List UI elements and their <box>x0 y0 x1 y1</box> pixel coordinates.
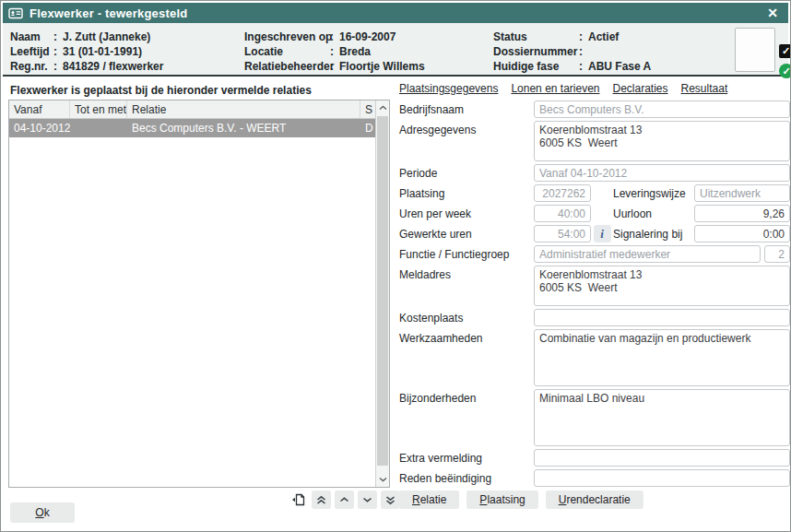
action-bar: Relatie Plaatsing Urendeclaratie <box>399 491 643 509</box>
column-header-vanaf: Vanaf <box>9 100 70 118</box>
location-value: Breda <box>339 44 371 59</box>
name-value: J. Zutt (Janneke) <box>63 30 150 44</box>
document-arrow-icon <box>291 493 305 506</box>
detail-tabs: Plaatsingsgegevens Lonen en tarieven Dec… <box>399 82 790 95</box>
insert-record-button[interactable] <box>289 491 308 509</box>
plaatsing-number-field <box>534 184 591 202</box>
adresgegevens-label: Adresgegevens <box>399 121 534 136</box>
werkzaamheden-label: Werkzaamheden <box>399 329 534 345</box>
tab-plaatsingsgegevens[interactable]: Plaatsingsgegevens <box>399 82 498 95</box>
header-column-3: Status:Actief Dossiernummer: Huidige fas… <box>493 30 651 74</box>
field-label: Reg.nr. <box>10 59 53 74</box>
placements-table: Vanaf Tot en met Relatie S 04-10-2012 Be… <box>8 100 390 488</box>
record-navigation <box>289 491 400 509</box>
bijzonderheden-field[interactable]: Minimaal LBO niveau <box>534 389 790 446</box>
checkbox-checked[interactable]: ✓ <box>779 44 791 58</box>
gewerkte-uren-field <box>534 225 591 242</box>
age-value: 31 (01-01-1991) <box>63 44 142 59</box>
kostenplaats-field[interactable] <box>534 309 790 326</box>
placements-caption: Flexwerker is geplaatst bij de hieronder… <box>10 84 312 97</box>
urendeclaratie-button[interactable]: Urendeclaratie <box>546 491 643 509</box>
placement-detail-panel: Plaatsingsgegevens Lonen en tarieven Dec… <box>399 82 790 490</box>
table-header-row: Vanaf Tot en met Relatie S <box>9 100 389 119</box>
tab-declaraties[interactable]: Declaraties <box>613 82 668 95</box>
periode-label: Periode <box>399 164 534 180</box>
relatie-button[interactable]: Relatie <box>399 491 459 509</box>
functie-label: Functie / Functiegroep <box>399 245 534 261</box>
column-header-tot-en-met: Tot en met <box>70 100 127 118</box>
uurloon-field[interactable] <box>694 205 790 222</box>
gewerkte-uren-label: Gewerkte uren <box>399 225 534 241</box>
chevrons-up-icon <box>316 495 326 505</box>
reden-beeindiging-label: Reden beëindiging <box>399 469 534 485</box>
signalering-bij-field[interactable] <box>694 225 790 242</box>
column-header-relatie: Relatie <box>127 100 360 118</box>
first-record-button[interactable] <box>312 491 331 509</box>
photo-placeholder <box>735 28 775 72</box>
uren-per-week-field <box>534 205 591 222</box>
field-label: Ingeschreven op <box>244 30 330 44</box>
signalering-bij-label: Signalering bij <box>613 225 694 241</box>
bedrijfsnaam-field <box>534 100 790 118</box>
last-record-button[interactable] <box>381 491 400 509</box>
relation-manager-value: Floortje Willems <box>339 59 425 74</box>
scrollbar-thumb[interactable] <box>377 116 388 466</box>
periode-field <box>534 164 790 182</box>
field-label: Naam <box>10 30 53 44</box>
extra-vermelding-label: Extra vermelding <box>399 449 534 465</box>
scroll-up-icon[interactable] <box>376 100 389 115</box>
cell-tot-en-met <box>70 119 127 137</box>
previous-record-button[interactable] <box>335 491 354 509</box>
info-icon[interactable]: i <box>594 225 611 242</box>
meldadres-field[interactable]: Koerenblomstraat 13 6005 KS Weert <box>534 266 790 306</box>
uren-per-week-label: Uren per week <box>399 205 534 220</box>
leveringswijze-field <box>694 184 790 202</box>
chevrons-down-icon <box>385 495 396 505</box>
werkzaamheden-field[interactable]: Combinatie van magazijn en productiewerk <box>534 329 790 386</box>
id-card-icon <box>8 7 23 19</box>
field-label: Huidige fase <box>493 59 579 74</box>
cell-status: D <box>360 119 375 137</box>
field-label: Status <box>493 30 579 44</box>
bijzonderheden-label: Bijzonderheden <box>399 389 534 405</box>
plaatsing-button[interactable]: Plaatsing <box>466 491 537 509</box>
header-column-1: Naam:J. Zutt (Janneke) Leeftijd:31 (01-0… <box>10 30 163 74</box>
chevron-down-icon <box>362 496 372 503</box>
window-title: Flexwerker - tewerkgesteld <box>30 6 762 20</box>
extra-vermelding-field[interactable] <box>534 449 790 467</box>
tab-lonen-en-tarieven[interactable]: Lonen en tarieven <box>511 82 599 95</box>
chevron-up-icon <box>339 496 349 503</box>
field-label: Locatie <box>244 44 330 59</box>
uurloon-label: Uurloon <box>613 205 694 220</box>
close-icon[interactable]: ✕ <box>762 5 783 21</box>
ok-button[interactable]: Ok <box>10 502 75 523</box>
regnr-value: 841829 / flexwerker <box>63 59 163 74</box>
kostenplaats-label: Kostenplaats <box>399 309 534 325</box>
status-value: Actief <box>588 30 619 44</box>
bedrijfsnaam-label: Bedrijfsnaam <box>399 100 534 116</box>
tab-resultaat[interactable]: Resultaat <box>681 82 728 95</box>
person-header: Naam:J. Zutt (Janneke) Leeftijd:31 (01-0… <box>3 23 788 77</box>
registered-date-value: 16-09-2007 <box>339 30 396 44</box>
table-scrollbar[interactable] <box>375 100 389 487</box>
plaatsing-label: Plaatsing <box>399 184 534 200</box>
field-label: Leeftijd <box>10 44 53 59</box>
meldadres-label: Meldadres <box>399 266 534 281</box>
reden-beeindiging-field[interactable] <box>534 469 790 487</box>
cell-vanaf: 04-10-2012 <box>9 119 70 137</box>
table-row[interactable]: 04-10-2012 Becs Computers B.V. - WEERT D <box>9 119 389 137</box>
column-header-s: S <box>360 100 375 118</box>
scroll-down-icon[interactable] <box>376 472 389 487</box>
field-label: Relatiebeheerder <box>244 59 330 74</box>
field-label: Dossiernummer <box>493 44 579 59</box>
phase-value: ABU Fase A <box>588 59 651 74</box>
functiegroep-field <box>764 245 790 263</box>
adresgegevens-field[interactable]: Koerenblomstraat 13 6005 KS Weert <box>534 121 790 161</box>
titlebar: Flexwerker - tewerkgesteld ✕ <box>3 3 788 23</box>
header-column-2: Ingeschreven op:16-09-2007 Locatie:Breda… <box>244 30 425 74</box>
cell-relatie: Becs Computers B.V. - WEERT <box>127 119 360 137</box>
functie-field <box>534 245 761 263</box>
flexworker-window: Flexwerker - tewerkgesteld ✕ Naam:J. Zut… <box>0 0 791 532</box>
status-ok-icon: ✓ <box>779 64 791 78</box>
next-record-button[interactable] <box>358 491 377 509</box>
